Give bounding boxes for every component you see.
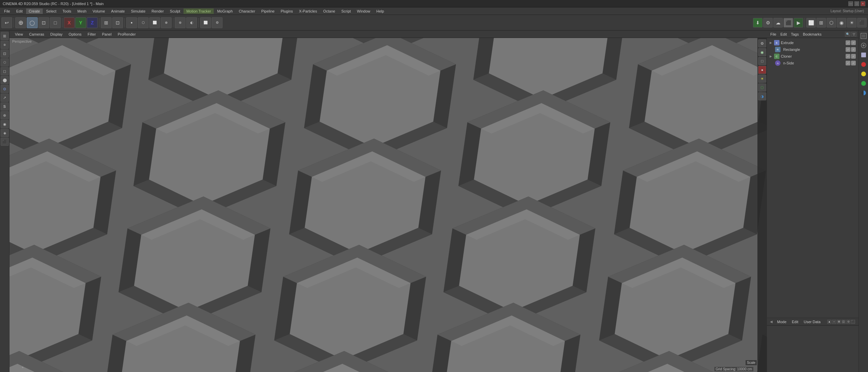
toolbar-grid[interactable]: ⊞ (816, 18, 826, 27)
toolbar-object-properties[interactable]: ⬛ (857, 18, 867, 27)
menu-script[interactable]: Script (339, 8, 353, 14)
tool-spline[interactable]: ⬤ (1, 76, 9, 84)
menu-plugins[interactable]: Plugins (278, 8, 295, 14)
menu-simulate[interactable]: Simulate (128, 8, 148, 14)
obj-vis-btn2-rect[interactable]: ✓ (851, 47, 856, 52)
menu-character[interactable]: Character (236, 8, 258, 14)
menu-motion-tracker[interactable]: Motion Tracker (184, 8, 214, 14)
obj-vis-btn1-rect[interactable]: ✓ (846, 47, 850, 52)
tool-sculpt[interactable]: ↗ (1, 94, 9, 102)
vp-btn-hud[interactable]: ◑ (758, 92, 766, 100)
attr-userdata-btn[interactable]: User Data (802, 319, 823, 325)
attr-icon2[interactable]: ○ (832, 320, 836, 324)
toolbar-y-axis[interactable]: Y (75, 17, 86, 28)
toolbar-new-view[interactable]: ⬜ (806, 18, 816, 27)
obj-vis-btn2-nside[interactable]: ✓ (851, 61, 856, 65)
toolbar-local-axis[interactable]: ⊡ (112, 17, 123, 28)
menu-render[interactable]: Render (149, 8, 167, 14)
menu-help[interactable]: Help (373, 8, 387, 14)
toolbar-soft-select[interactable]: ◐ (186, 17, 197, 28)
vp-btn-light[interactable]: ☀ (758, 75, 766, 83)
toolbar-undo[interactable]: ↩ (1, 17, 12, 28)
tool-snap[interactable]: ⬛ (1, 138, 9, 146)
viewport-menu-filter[interactable]: Filter (85, 32, 98, 37)
vp-btn-filter[interactable]: ● (758, 66, 766, 74)
attr-icon4[interactable]: ◫ (842, 320, 846, 324)
right-icon-yellow[interactable] (860, 70, 868, 78)
right-icon-green[interactable] (860, 79, 868, 87)
toolbar-team-render[interactable]: ☁ (773, 18, 783, 27)
toolbar-z-axis[interactable]: Z (87, 17, 98, 28)
viewport-menu-display[interactable]: Display (47, 32, 65, 37)
obj-item-rectangle[interactable]: R Rectangle ✓ ✓ (767, 46, 859, 53)
obj-search-btn[interactable]: 🔍 (845, 32, 850, 37)
menu-xparticles[interactable]: X-Particles (296, 8, 320, 14)
toolbar-texture[interactable]: ⬜ (200, 17, 211, 28)
obj-vis-btn1-extrude[interactable]: ✓ (846, 40, 850, 45)
right-icon-viewport[interactable] (860, 32, 868, 40)
menu-create[interactable]: Create (26, 8, 43, 14)
toolbar-edges[interactable]: ⬡ (138, 17, 149, 28)
attr-edit-btn[interactable]: Edit (790, 319, 801, 325)
toolbar-world-axis[interactable]: ⊞ (101, 17, 112, 28)
menu-window[interactable]: Window (354, 8, 373, 14)
menu-octane[interactable]: Octane (321, 8, 338, 14)
toolbar-x-axis[interactable]: X (64, 17, 75, 28)
toolbar-perspective[interactable]: ⬡ (827, 18, 836, 27)
menu-sculpt[interactable]: Sculpt (167, 8, 183, 14)
obj-vis-btn2-cloner[interactable]: ✓ (851, 54, 856, 59)
attr-icon1[interactable]: ▲ (827, 320, 831, 324)
attr-icon3[interactable]: ⊞ (837, 320, 841, 324)
obj-header-edit[interactable]: Edit (779, 32, 788, 36)
attr-mode-btn[interactable]: Mode (775, 319, 789, 325)
vp-btn-display[interactable]: □ (758, 57, 766, 65)
vp-btn-settings[interactable]: ⚙ (758, 39, 766, 47)
viewport-menu-prorender[interactable]: ProRender (115, 32, 138, 37)
vp-btn-render[interactable]: ⬡ (758, 83, 766, 92)
right-icon-render[interactable] (860, 41, 868, 50)
obj-header-file[interactable]: File (769, 32, 778, 36)
menu-pipeline[interactable]: Pipeline (258, 8, 277, 14)
obj-filter-btn[interactable]: ▽ (851, 32, 856, 37)
attr-icon6[interactable]: ⬛ (851, 320, 855, 324)
tool-paint[interactable]: ⊙ (1, 85, 9, 93)
toolbar-new-object[interactable]: ⊕ (15, 17, 26, 28)
menu-mograph[interactable]: MoGraph (214, 8, 235, 14)
obj-item-nside[interactable]: n n-Side ✓ ✓ (767, 60, 859, 66)
right-icon-material[interactable] (860, 51, 868, 59)
tool-move[interactable]: ⊞ (1, 32, 9, 40)
obj-header-bookmarks[interactable]: Bookmarks (802, 32, 823, 36)
tool-texture[interactable]: ◈ (1, 129, 9, 137)
toolbar-scene-render[interactable]: ⬛ (784, 18, 793, 27)
menu-file[interactable]: File (1, 8, 13, 14)
attr-nav-back[interactable]: ◀ (769, 319, 774, 324)
viewport-menu-cameras[interactable]: Cameras (26, 32, 47, 37)
toolbar-select-tool[interactable]: ◯ (27, 17, 38, 28)
obj-item-extrude[interactable]: ▶ E Extrude ✓ ✓ (767, 39, 859, 46)
viewport-menu-panel[interactable]: Panel (99, 32, 114, 37)
toolbar-uv[interactable]: ⊕ (161, 17, 172, 28)
right-icon-red[interactable] (860, 60, 868, 68)
vp-btn-camera[interactable]: ◉ (758, 48, 766, 56)
attr-icon5[interactable]: ⊙ (846, 320, 850, 324)
tool-scale[interactable]: ⊕ (1, 41, 9, 49)
menu-select[interactable]: Select (43, 8, 59, 14)
toolbar-floor[interactable]: ⚙ (212, 17, 223, 28)
minimize-button[interactable]: — (848, 1, 853, 6)
tool-rotate[interactable]: ⊡ (1, 50, 9, 58)
viewport-menu-options[interactable]: Options (66, 32, 84, 37)
3d-viewport[interactable]: Perspective (9, 38, 767, 372)
tool-polygon[interactable]: ⬡ (1, 58, 9, 66)
toolbar-polygons[interactable]: ⬜ (149, 17, 160, 28)
tool-edge[interactable]: ◻ (1, 67, 9, 75)
toolbar-render-settings[interactable]: ⚙ (763, 18, 773, 27)
menu-tools[interactable]: Tools (60, 8, 74, 14)
tool-circle[interactable]: ◉ (1, 120, 9, 128)
obj-item-cloner[interactable]: ▶ C Cloner ✓ ✓ (767, 53, 859, 60)
maximize-button[interactable]: □ (854, 1, 859, 6)
obj-vis-btn1-nside[interactable]: ✓ (846, 61, 850, 65)
close-button[interactable]: ✕ (861, 1, 865, 6)
toolbar-points[interactable]: ● (126, 17, 137, 28)
tool-s[interactable]: S (1, 102, 9, 111)
menu-edit[interactable]: Edit (14, 8, 25, 14)
